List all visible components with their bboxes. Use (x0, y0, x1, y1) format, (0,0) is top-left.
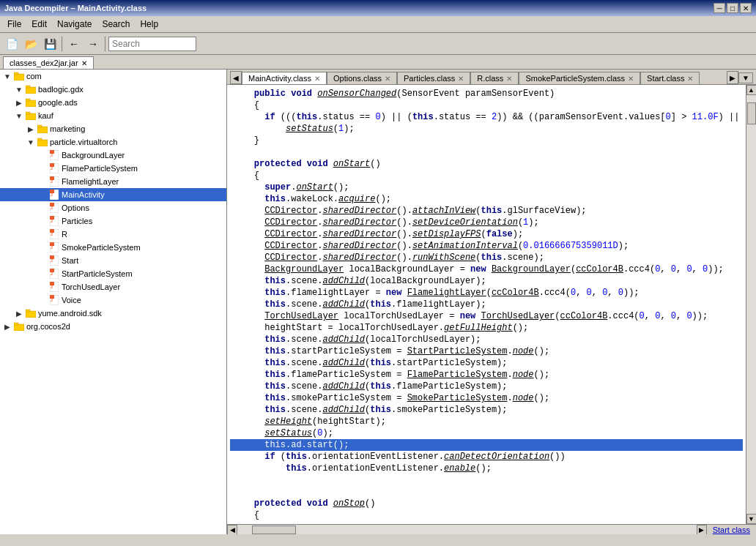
tree-item-com[interactable]: ▼com (0, 70, 226, 83)
tree-expand-icon[interactable] (37, 294, 48, 306)
svg-rect-5 (26, 99, 30, 101)
tree-item-google[interactable]: ▶google.ads (0, 96, 226, 109)
tree-item-kauf[interactable]: ▼kauf (0, 109, 226, 122)
tree-expand-icon[interactable]: ▼ (13, 110, 25, 121)
svg-text:J: J (51, 153, 53, 157)
scroll-right-button[interactable]: ▶ (697, 525, 707, 535)
tree-item-org[interactable]: ▶org.cocos2d (0, 320, 226, 333)
tree-item-MainActivity[interactable]: JMainActivity (0, 188, 226, 201)
tree-expand-icon[interactable] (37, 162, 48, 174)
tree-expand-icon[interactable]: ▼ (13, 83, 25, 95)
tree-item-Particles[interactable]: JParticles (0, 214, 226, 228)
code-tab-close-button[interactable]: ✕ (628, 75, 634, 83)
tree-item-FlameParticleSystem[interactable]: JFlameParticleSystem (0, 162, 226, 175)
new-button[interactable]: 📄 (3, 36, 21, 52)
left-panel[interactable]: ▼com▼badlogic.gdx▶google.ads▼kauf▶market… (0, 70, 227, 534)
code-area[interactable]: public void onSensorChanged(SensorEvent … (227, 85, 746, 524)
code-tab-close-button[interactable]: ✕ (314, 75, 320, 83)
start-class-link[interactable]: Start class (707, 526, 756, 534)
code-tabs: ◀ MainActivity.class✕Options.class✕Parti… (227, 70, 756, 85)
code-tab-4[interactable]: SmokeParticleSystem.class✕ (519, 72, 640, 84)
tree-expand-icon[interactable] (37, 215, 48, 227)
tree-item-label: com (26, 72, 42, 81)
code-tab-1[interactable]: Options.class✕ (327, 72, 397, 84)
menu-search[interactable]: Search (97, 18, 134, 31)
tree-item-Options[interactable]: JOptions (0, 201, 226, 214)
scroll-left-button[interactable]: ◀ (227, 525, 237, 535)
scroll-track[interactable] (746, 95, 757, 514)
open-button[interactable]: 📂 (22, 36, 40, 52)
tree-item-SmokeParticleSystem[interactable]: JSmokeParticleSystem (0, 241, 226, 254)
tree-item-BackgroundLayer[interactable]: JBackgroundLayer (0, 149, 226, 162)
svg-text:J: J (51, 258, 53, 263)
content-area: ▼com▼badlogic.gdx▶google.ads▼kauf▶market… (0, 70, 756, 534)
forward-button[interactable]: → (84, 36, 102, 52)
code-line (230, 474, 743, 486)
file-tab[interactable]: classes_dex2jar.jar ✕ (3, 56, 94, 69)
tree-item-Voice[interactable]: JVoice (0, 293, 226, 307)
code-tab-2[interactable]: Particles.class✕ (397, 72, 470, 84)
h-scroll-track[interactable] (237, 525, 697, 535)
tree-expand-icon[interactable] (37, 149, 48, 161)
scroll-thumb[interactable] (747, 102, 756, 124)
svg-text:J: J (51, 285, 53, 289)
code-tab-close-button[interactable]: ✕ (687, 75, 693, 83)
code-tab-label: Particles.class (404, 74, 455, 83)
tree-item-badlogic[interactable]: ▼badlogic.gdx (0, 83, 226, 96)
tab-next-button[interactable]: ▶ (727, 71, 738, 84)
menu-navigate[interactable]: Navigate (53, 18, 96, 31)
tree-expand-icon[interactable]: ▼ (1, 70, 13, 82)
vertical-scrollbar[interactable]: ▲ ▼ (746, 85, 756, 524)
maximize-button[interactable]: □ (727, 3, 738, 13)
svg-rect-8 (37, 127, 48, 133)
scroll-up-button[interactable]: ▲ (746, 85, 757, 95)
code-line: if (((this.status == 0) || (this.status … (230, 111, 743, 123)
horizontal-scrollbar[interactable]: ◀ ▶ Start class (227, 524, 756, 534)
h-scroll-thumb[interactable] (252, 526, 296, 534)
scroll-down-button[interactable]: ▼ (746, 514, 757, 524)
tree-item-TorchUsedLayer[interactable]: JTorchUsedLayer (0, 280, 226, 293)
tab-prev-button[interactable]: ◀ (230, 71, 242, 84)
tree-expand-icon[interactable] (37, 189, 48, 201)
tree-expand-icon[interactable]: ▶ (13, 307, 25, 319)
tree-expand-icon[interactable] (37, 255, 48, 266)
tree-item-particle[interactable]: ▼particle.virtualtorch (0, 135, 226, 149)
file-tab-close[interactable]: ✕ (81, 59, 87, 67)
code-tab-5[interactable]: Start.class✕ (640, 72, 700, 84)
code-tab-close-button[interactable]: ✕ (458, 75, 464, 83)
menu-edit[interactable]: Edit (27, 18, 51, 31)
tree-expand-icon[interactable] (37, 228, 48, 240)
save-button[interactable]: 💾 (41, 36, 59, 52)
back-button[interactable]: ← (65, 36, 83, 52)
code-tab-3[interactable]: R.class✕ (470, 72, 519, 84)
tree-expand-icon[interactable] (37, 281, 48, 293)
tree-item-Start[interactable]: JStart (0, 254, 226, 267)
code-tab-label: SmokeParticleSystem.class (525, 74, 625, 83)
tree-item-StartParticleSystem[interactable]: JStartParticleSystem (0, 267, 226, 280)
close-button[interactable]: ✕ (740, 3, 752, 13)
tree-expand-icon[interactable]: ▶ (1, 321, 13, 332)
tree-expand-icon[interactable]: ▶ (25, 123, 37, 135)
menu-file[interactable]: File (3, 18, 26, 31)
code-tab-label: Start.class (647, 74, 684, 83)
tree-expand-icon[interactable] (37, 202, 48, 214)
minimize-button[interactable]: ─ (714, 3, 725, 13)
tree-expand-icon[interactable] (37, 268, 48, 280)
code-line: heightStart = localTorchUsedLayer.getFul… (230, 322, 743, 334)
tree-expand-icon[interactable]: ▼ (25, 136, 37, 148)
tree-expand-icon[interactable] (37, 176, 48, 187)
svg-rect-2 (26, 87, 36, 94)
tree-expand-icon[interactable] (37, 242, 48, 253)
code-tab-0[interactable]: MainActivity.class✕ (242, 72, 327, 84)
tree-item-FlamelightLayer[interactable]: JFlamelightLayer (0, 175, 226, 188)
code-tab-close-button[interactable]: ✕ (506, 75, 512, 83)
tree-item-R[interactable]: JR (0, 228, 226, 241)
code-tab-close-button[interactable]: ✕ (385, 75, 390, 83)
tab-overflow-button[interactable]: ▼ (738, 72, 753, 83)
tree-item-marketing[interactable]: ▶marketing (0, 122, 226, 135)
search-input[interactable] (108, 37, 196, 51)
menu-help[interactable]: Help (136, 18, 163, 31)
tree-item-yume[interactable]: ▶yume.android.sdk (0, 307, 226, 320)
tree-item-icon (13, 70, 25, 82)
tree-expand-icon[interactable]: ▶ (13, 97, 25, 108)
